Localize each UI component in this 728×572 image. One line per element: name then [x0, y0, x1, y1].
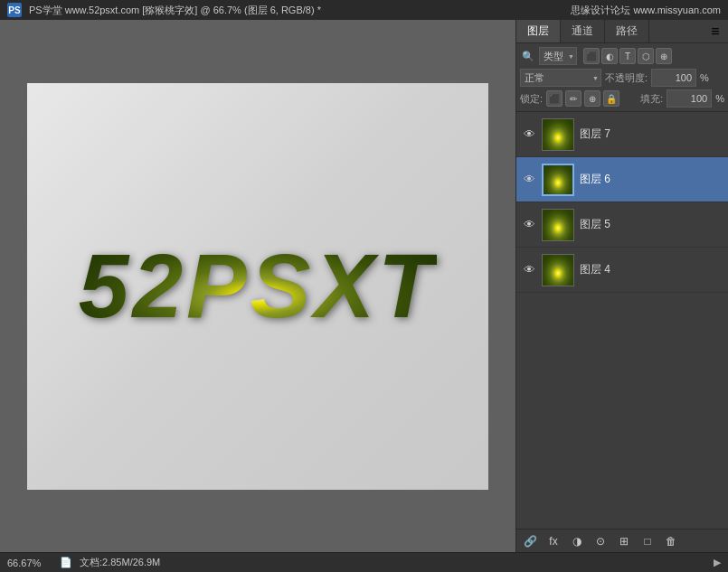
- filter-text-btn[interactable]: T: [619, 48, 636, 64]
- lock-label: 锁定:: [520, 92, 543, 106]
- layer-6-thumbnail: [542, 164, 574, 196]
- main-area: 52PSXT 图层 通道 路径 ≡ 🔍 类型: [0, 20, 728, 552]
- layer-4-kiwi-preview: [543, 255, 573, 286]
- zoom-display: 66.67%: [7, 558, 52, 568]
- ps-icon: PS: [7, 3, 22, 17]
- canvas-document: 52PSXT: [27, 83, 488, 490]
- layer-delete-btn[interactable]: 🗑: [661, 533, 681, 549]
- panel-menu-button[interactable]: ≡: [706, 23, 724, 40]
- table-row[interactable]: 👁 图层 5: [516, 202, 728, 248]
- filter-smart-btn[interactable]: ⊕: [656, 48, 672, 64]
- eye-icon: 👁: [524, 173, 535, 186]
- blend-mode-wrapper[interactable]: 正常: [520, 69, 601, 87]
- layer-6-name: 图层 6: [580, 172, 724, 187]
- layer-7-thumbnail: [542, 118, 574, 151]
- table-row[interactable]: 👁 图层 4: [516, 248, 728, 293]
- layer-controls: 🔍 类型 ⬛ ◐ T ⬡ ⊕ 正常: [516, 43, 728, 112]
- title-right-text: 思缘设计论坛 www.missyuan.com: [571, 4, 721, 17]
- filter-shape-btn[interactable]: ⬡: [638, 48, 654, 64]
- fill-input[interactable]: [667, 89, 712, 108]
- layer-group-btn[interactable]: ⊞: [614, 533, 634, 549]
- blend-row: 正常 不透明度: %: [520, 69, 724, 87]
- table-row[interactable]: 👁 图层 7: [516, 112, 728, 157]
- layer-type-select-wrapper[interactable]: 类型: [539, 47, 577, 65]
- status-doc-size: 文档:2.85M/26.9M: [80, 556, 706, 569]
- lock-artboard-btn[interactable]: ⊕: [584, 90, 600, 107]
- layer-4-visibility[interactable]: 👁: [520, 261, 538, 279]
- eye-icon: 👁: [524, 263, 535, 277]
- panel-header: 图层 通道 路径 ≡: [516, 20, 728, 43]
- filter-pixel-btn[interactable]: ⬛: [583, 48, 600, 64]
- layer-adjustment-btn[interactable]: ⊙: [591, 533, 610, 549]
- search-icon: 🔍: [520, 49, 536, 64]
- layers-panel: 图层 通道 路径 ≡ 🔍 类型 ⬛ ◐ T: [515, 20, 728, 552]
- layer-7-kiwi-preview: [543, 119, 573, 150]
- blend-mode-select[interactable]: 正常: [520, 69, 601, 87]
- layer-5-visibility[interactable]: 👁: [520, 216, 538, 234]
- panel-tabs: 图层 通道 路径: [516, 20, 649, 42]
- lock-all-btn[interactable]: 🔒: [603, 90, 619, 107]
- layer-6-kiwi-preview: [544, 165, 572, 194]
- status-arrow-icon: ▶: [714, 557, 721, 568]
- layer-type-select[interactable]: 类型: [539, 47, 577, 65]
- canvas-area[interactable]: 52PSXT: [0, 20, 515, 552]
- opacity-label: 不透明度:: [605, 71, 648, 85]
- title-bar: PS PS学堂 www.52psxt.com [猕猴桃字效] @ 66.7% (…: [0, 0, 728, 20]
- layer-4-name: 图层 4: [580, 262, 724, 277]
- layer-search-row: 🔍 类型 ⬛ ◐ T ⬡ ⊕: [520, 47, 724, 65]
- kiwi-text-display: 52PSXT: [79, 234, 437, 338]
- status-bar: 66.67% 📄 文档:2.85M/26.9M ▶: [0, 552, 728, 572]
- opacity-percent: %: [700, 72, 709, 83]
- lock-icons: ⬛ ✏ ⊕ 🔒: [546, 90, 619, 107]
- filter-adjust-btn[interactable]: ◐: [601, 48, 618, 64]
- eye-icon: 👁: [524, 218, 535, 231]
- lock-pixels-btn[interactable]: ⬛: [546, 90, 563, 107]
- layer-6-visibility[interactable]: 👁: [520, 171, 538, 189]
- layer-5-kiwi-preview: [543, 210, 573, 240]
- tab-paths[interactable]: 路径: [605, 20, 649, 42]
- title-text: PS学堂 www.52psxt.com [猕猴桃字效] @ 66.7% (图层 …: [29, 4, 563, 17]
- fill-percent: %: [715, 93, 724, 104]
- lock-row: 锁定: ⬛ ✏ ⊕ 🔒 填充: %: [520, 89, 724, 108]
- status-doc-icon: 📄: [60, 557, 72, 568]
- fill-label: 填充:: [640, 92, 663, 106]
- layer-5-thumbnail: [542, 209, 574, 241]
- tab-layers[interactable]: 图层: [516, 20, 561, 42]
- lock-position-btn[interactable]: ✏: [565, 90, 581, 107]
- layer-5-name: 图层 5: [580, 217, 724, 232]
- kiwi-text-span: 52PSXT: [79, 234, 437, 338]
- layer-fx-btn[interactable]: fx: [544, 533, 563, 549]
- layers-list[interactable]: 👁 图层 7 👁 图层 6 👁: [516, 112, 728, 529]
- table-row[interactable]: 👁 图层 6: [516, 157, 728, 202]
- layer-link-btn[interactable]: 🔗: [520, 533, 540, 549]
- layer-mask-btn[interactable]: ◑: [567, 533, 587, 549]
- panel-menu-icon: ≡: [711, 23, 719, 40]
- layer-filter-icons: ⬛ ◐ T ⬡ ⊕: [583, 48, 672, 64]
- layer-4-thumbnail: [542, 254, 574, 286]
- tab-channels[interactable]: 通道: [561, 20, 605, 42]
- opacity-input[interactable]: [651, 69, 696, 87]
- layer-7-name: 图层 7: [580, 127, 724, 142]
- eye-icon: 👁: [524, 127, 535, 141]
- layer-new-btn[interactable]: □: [638, 533, 657, 549]
- layers-bottom-toolbar: 🔗 fx ◑ ⊙ ⊞ □ 🗑: [516, 529, 728, 552]
- layer-7-visibility[interactable]: 👁: [520, 126, 538, 144]
